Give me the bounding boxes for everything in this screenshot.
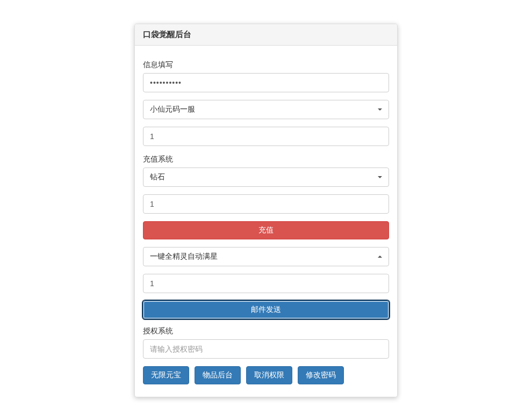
unlimited-yuanbao-button[interactable]: 无限元宝: [143, 366, 189, 384]
caret-up-icon: [378, 256, 382, 258]
info-section-label: 信息填写: [143, 60, 389, 70]
panel-body: 信息填写 小仙元码一服 充值系统 钻石 充值 一键全精灵自动满星 邮件发送 授权…: [135, 46, 397, 397]
recharge-type-select[interactable]: 钻石: [143, 168, 389, 187]
mail-amount-input[interactable]: [143, 274, 389, 293]
mail-send-button[interactable]: 邮件发送: [143, 301, 389, 319]
info-quantity-input[interactable]: [143, 127, 389, 146]
mail-action-select[interactable]: 一键全精灵自动满星: [143, 247, 389, 266]
panel-title: 口袋觉醒后台: [135, 24, 397, 46]
auth-section-label: 授权系统: [143, 326, 389, 336]
recharge-type-value: 钻石: [150, 172, 165, 182]
password-input[interactable]: [143, 73, 389, 92]
mail-action-value: 一键全精灵自动满星: [150, 252, 218, 261]
revoke-permission-button[interactable]: 取消权限: [246, 366, 292, 384]
server-select-value: 小仙元码一服: [150, 105, 195, 114]
caret-down-icon: [378, 108, 382, 111]
item-backend-button[interactable]: 物品后台: [195, 366, 241, 384]
server-select[interactable]: 小仙元码一服: [143, 100, 389, 119]
change-password-button[interactable]: 修改密码: [298, 366, 344, 384]
caret-down-icon: [378, 176, 382, 178]
recharge-button[interactable]: 充值: [143, 221, 389, 239]
recharge-section-label: 充值系统: [143, 155, 389, 164]
recharge-amount-input[interactable]: [143, 194, 389, 214]
admin-panel: 口袋觉醒后台 信息填写 小仙元码一服 充值系统 钻石 充值 一键全精灵自动满星: [134, 24, 398, 397]
action-button-row: 无限元宝 物品后台 取消权限 修改密码: [143, 366, 389, 389]
auth-password-input[interactable]: [143, 339, 389, 359]
